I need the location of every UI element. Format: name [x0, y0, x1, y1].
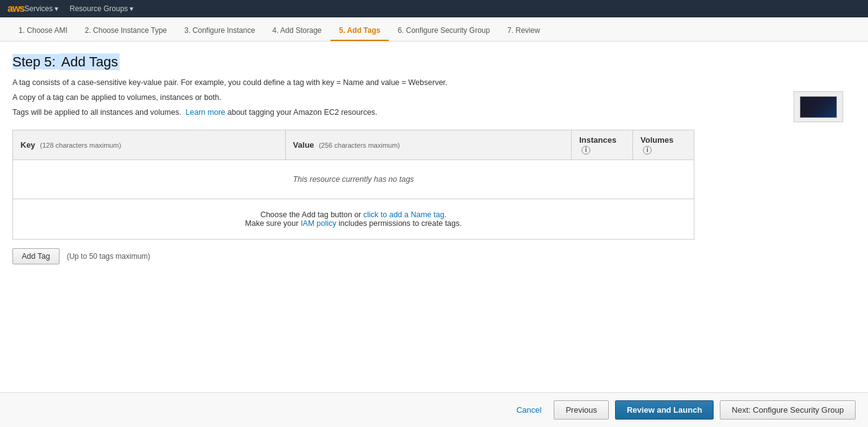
- instruction-line1-suffix: .: [445, 210, 446, 219]
- wizard-step-4[interactable]: 4. Add Storage: [264, 22, 330, 41]
- instruction-line2-prefix: Make sure your: [245, 219, 301, 228]
- help-thumbnail: [794, 91, 843, 122]
- nav-services-chevron: ▾: [55, 4, 58, 13]
- step-title: Step 5: Add Tags: [12, 54, 856, 70]
- instruction-line1-prefix: Choose the Add tag button or: [260, 210, 363, 219]
- col-header-key: Key (128 characters maximum): [13, 130, 286, 160]
- description-line-3-text: Tags will be applied to all instances an…: [12, 108, 181, 117]
- col-header-volumes: Volumes i: [633, 130, 694, 160]
- wizard-step-3[interactable]: 3. Configure Instance: [175, 22, 264, 41]
- add-name-tag-link[interactable]: click to add a Name tag: [363, 210, 445, 219]
- wizard-bar: 1. Choose AMI 2. Choose Instance Type 3.…: [0, 17, 868, 42]
- footer-bar: Cancel Previous Review and Launch Next: …: [0, 392, 868, 427]
- wizard-step-7[interactable]: 7. Review: [498, 22, 549, 41]
- instruction-line2-suffix: includes permissions to create tags.: [337, 219, 462, 228]
- wizard-step-6[interactable]: 6. Configure Security Group: [389, 22, 498, 41]
- max-tags-note: (Up to 50 tags maximum): [67, 252, 151, 261]
- main-content: Step 5: Add Tags A tag consists of a cas…: [0, 42, 868, 427]
- add-tag-row: Add Tag (Up to 50 tags maximum): [12, 240, 694, 264]
- wizard-step-1[interactable]: 1. Choose AMI: [10, 22, 76, 41]
- instruction-row: Choose the Add tag button or click to ad…: [13, 199, 694, 239]
- wizard-step-5[interactable]: 5. Add Tags: [330, 22, 389, 41]
- next-button[interactable]: Next: Configure Security Group: [720, 400, 856, 420]
- nav-resource-groups[interactable]: Resource Groups ▾: [69, 4, 133, 13]
- description-line-2: A copy of a tag can be applied to volume…: [12, 91, 856, 104]
- nav-services-label: Services: [24, 4, 53, 13]
- col-header-instances: Instances i: [572, 130, 633, 160]
- tags-table: Key (128 characters maximum) Value (256 …: [12, 130, 694, 240]
- nav-resource-groups-label: Resource Groups: [69, 4, 128, 13]
- aws-logo-text: aws: [7, 3, 24, 14]
- instruction-text: Choose the Add tag button or click to ad…: [20, 204, 686, 234]
- volumes-info-icon[interactable]: i: [643, 146, 652, 155]
- description-line-3: Tags will be applied to all instances an…: [12, 106, 856, 119]
- aws-logo: aws: [7, 3, 24, 14]
- top-navigation: aws Services ▾ Resource Groups ▾: [0, 0, 868, 17]
- content-wrapper: Step 5: Add Tags A tag consists of a cas…: [12, 54, 856, 264]
- review-and-launch-button[interactable]: Review and Launch: [615, 400, 714, 420]
- wizard-step-2[interactable]: 2. Choose Instance Type: [76, 22, 176, 41]
- learn-more-link[interactable]: Learn more: [185, 108, 225, 117]
- iam-policy-link[interactable]: IAM policy: [301, 219, 337, 228]
- cancel-button[interactable]: Cancel: [510, 402, 547, 418]
- step-title-highlight: Add Tags: [60, 53, 120, 70]
- thumbnail-image: [800, 96, 837, 118]
- col-header-value: Value (256 characters maximum): [285, 130, 572, 160]
- description-line-3-suffix: about tagging your Amazon EC2 resources.: [225, 108, 377, 117]
- empty-row: This resource currently has no tags: [13, 160, 694, 199]
- empty-message: This resource currently has no tags: [20, 165, 686, 194]
- nav-resource-groups-chevron: ▾: [130, 4, 133, 13]
- description-line-1: A tag consists of a case-sensitive key-v…: [12, 76, 856, 89]
- add-tag-button[interactable]: Add Tag: [12, 248, 60, 264]
- instances-info-icon[interactable]: i: [582, 146, 590, 155]
- previous-button[interactable]: Previous: [554, 400, 609, 420]
- nav-services[interactable]: Services ▾: [24, 4, 58, 13]
